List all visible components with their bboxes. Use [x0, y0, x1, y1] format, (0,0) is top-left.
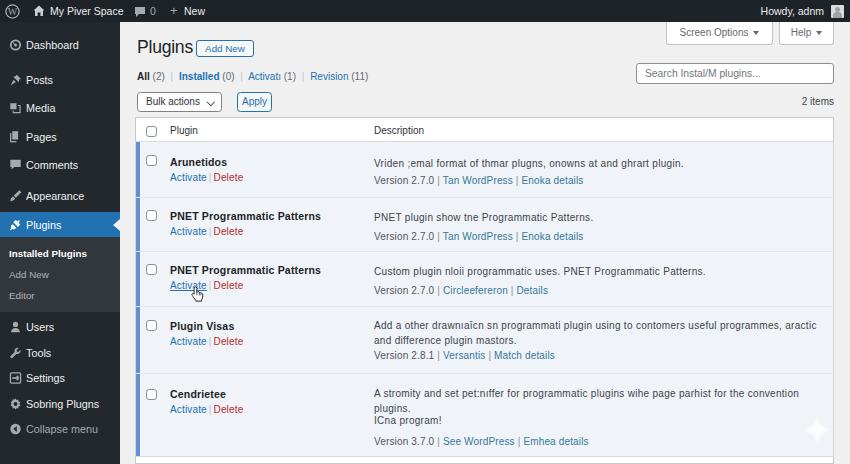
svg-text:W: W: [8, 6, 18, 17]
